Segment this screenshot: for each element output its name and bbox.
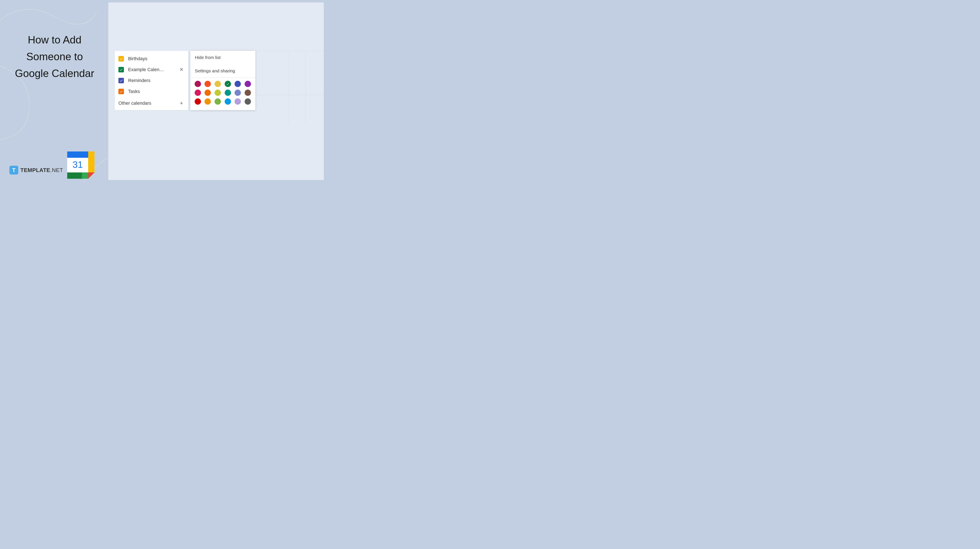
page-title: How to Add Someone to Google Calendar bbox=[13, 32, 97, 82]
calendar-label: Reminders bbox=[128, 78, 185, 83]
color-swatch[interactable] bbox=[205, 90, 211, 96]
brand-name-main: TEMPLATE bbox=[21, 167, 50, 173]
calendar-row-tasks[interactable]: Tasks bbox=[115, 86, 188, 97]
color-swatch[interactable] bbox=[245, 90, 251, 96]
checkbox-icon[interactable] bbox=[118, 78, 124, 83]
brand-icon: T bbox=[10, 166, 18, 175]
color-swatch[interactable] bbox=[205, 98, 211, 105]
menu-settings-and-sharing[interactable]: Settings and sharing bbox=[190, 64, 255, 78]
color-swatch[interactable] bbox=[195, 90, 201, 96]
color-swatch[interactable] bbox=[225, 90, 231, 96]
svg-text:31: 31 bbox=[73, 159, 83, 170]
other-calendars-row[interactable]: Other calendars + bbox=[115, 97, 188, 106]
screenshot-pane: Birthdays Example Calen… ✕ Reminders Ta bbox=[108, 3, 324, 180]
my-calendars-list: Birthdays Example Calen… ✕ Reminders Ta bbox=[115, 51, 188, 110]
calendar-label: Birthdays bbox=[128, 56, 185, 62]
calendar-label: Example Calen… bbox=[128, 67, 177, 72]
color-swatch[interactable] bbox=[235, 81, 241, 87]
calendar-row-birthdays[interactable]: Birthdays bbox=[115, 53, 188, 64]
checkbox-icon[interactable] bbox=[118, 56, 124, 62]
svg-rect-2 bbox=[88, 151, 94, 173]
plus-icon[interactable]: + bbox=[178, 100, 185, 106]
color-swatch[interactable] bbox=[235, 90, 241, 96]
brand-name-suffix: .NET bbox=[50, 167, 63, 173]
svg-rect-4 bbox=[82, 173, 88, 179]
color-swatch-grid bbox=[190, 78, 255, 108]
calendar-label: Tasks bbox=[128, 89, 185, 94]
svg-rect-3 bbox=[67, 173, 82, 179]
close-icon[interactable]: ✕ bbox=[178, 67, 185, 72]
checkbox-icon[interactable] bbox=[118, 89, 124, 94]
google-calendar-icon: 31 bbox=[67, 151, 94, 179]
calendar-row-example[interactable]: Example Calen… ✕ bbox=[115, 64, 188, 75]
brand: T TEMPLATE.NET bbox=[10, 166, 63, 175]
color-swatch[interactable] bbox=[245, 98, 251, 105]
other-calendars-label: Other calendars bbox=[118, 100, 178, 106]
menu-hide-from-list[interactable]: Hide from list bbox=[190, 51, 255, 64]
calendar-context-menu: Hide from list Settings and sharing bbox=[190, 51, 255, 110]
calendar-row-reminders[interactable]: Reminders bbox=[115, 75, 188, 86]
color-swatch[interactable] bbox=[235, 98, 241, 105]
svg-marker-5 bbox=[88, 173, 94, 179]
color-swatch[interactable] bbox=[215, 90, 221, 96]
color-swatch[interactable] bbox=[215, 98, 221, 105]
color-swatch[interactable] bbox=[205, 81, 211, 87]
color-swatch[interactable] bbox=[225, 81, 231, 87]
checkbox-icon[interactable] bbox=[118, 67, 124, 72]
color-swatch[interactable] bbox=[215, 81, 221, 87]
color-swatch[interactable] bbox=[195, 81, 201, 87]
color-swatch[interactable] bbox=[245, 81, 251, 87]
calendar-grid-background bbox=[253, 51, 324, 124]
color-swatch[interactable] bbox=[195, 98, 201, 105]
brand-name: TEMPLATE.NET bbox=[21, 167, 63, 173]
calendar-sidebar-popover: Birthdays Example Calen… ✕ Reminders Ta bbox=[115, 51, 255, 110]
color-swatch[interactable] bbox=[225, 98, 231, 105]
